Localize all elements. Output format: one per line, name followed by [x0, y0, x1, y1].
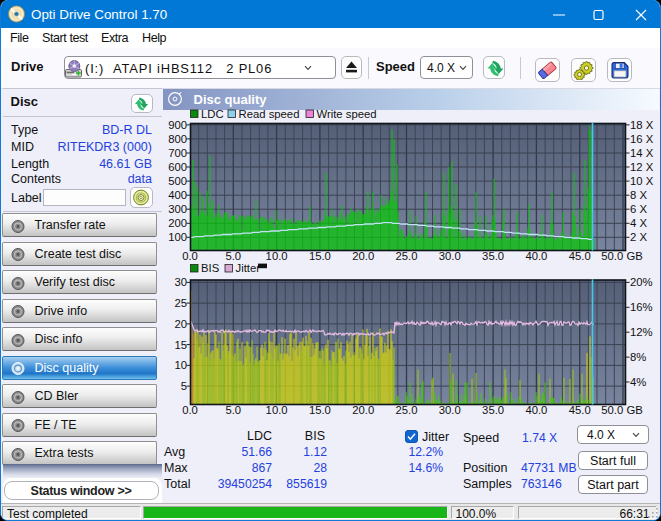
- svg-text:25.0: 25.0: [396, 250, 418, 262]
- svg-text:25: 25: [174, 297, 187, 309]
- svg-text:Read speed: Read speed: [239, 108, 300, 120]
- svg-text:40.0: 40.0: [525, 404, 547, 416]
- svg-text:100: 100: [168, 231, 187, 243]
- svg-text:35.0: 35.0: [482, 404, 504, 416]
- svg-text:10: 10: [174, 359, 187, 371]
- svg-text:Write speed: Write speed: [317, 108, 377, 120]
- svg-text:20%: 20%: [630, 276, 653, 288]
- svg-text:16 X: 16 X: [630, 133, 654, 145]
- svg-text:700: 700: [168, 147, 187, 159]
- svg-text:800: 800: [168, 133, 187, 145]
- svg-text:900: 900: [168, 119, 187, 131]
- svg-text:8 X: 8 X: [630, 189, 647, 201]
- svg-text:15.0: 15.0: [309, 404, 331, 416]
- svg-text:12%: 12%: [630, 326, 653, 338]
- svg-text:5.0: 5.0: [225, 250, 241, 262]
- svg-text:50.0 GB: 50.0 GB: [601, 250, 642, 262]
- svg-text:14 X: 14 X: [630, 147, 654, 159]
- svg-text:4%: 4%: [630, 376, 646, 388]
- svg-text:16%: 16%: [630, 301, 653, 313]
- svg-text:6 X: 6 X: [630, 203, 647, 215]
- svg-text:50.0 GB: 50.0 GB: [601, 404, 642, 416]
- svg-text:20: 20: [174, 318, 187, 330]
- svg-text:LDC: LDC: [201, 108, 224, 120]
- svg-text:300: 300: [168, 203, 187, 215]
- svg-text:10.0: 10.0: [266, 404, 288, 416]
- svg-text:10 X: 10 X: [630, 175, 654, 187]
- svg-text:15: 15: [174, 339, 187, 351]
- svg-text:20.0: 20.0: [352, 404, 374, 416]
- svg-text:8%: 8%: [630, 351, 646, 363]
- svg-text:10.0: 10.0: [266, 250, 288, 262]
- svg-text:0.0: 0.0: [182, 404, 198, 416]
- svg-text:4 X: 4 X: [630, 217, 647, 229]
- svg-text:20.0: 20.0: [352, 250, 374, 262]
- svg-text:0.0: 0.0: [182, 250, 198, 262]
- svg-text:40.0: 40.0: [525, 250, 547, 262]
- svg-text:18 X: 18 X: [630, 119, 654, 131]
- svg-text:5.0: 5.0: [225, 404, 241, 416]
- svg-text:15.0: 15.0: [309, 250, 331, 262]
- svg-text:35.0: 35.0: [482, 250, 504, 262]
- svg-text:600: 600: [168, 161, 187, 173]
- svg-text:45.0: 45.0: [569, 250, 591, 262]
- svg-text:500: 500: [168, 175, 187, 187]
- svg-text:45.0: 45.0: [569, 404, 591, 416]
- svg-text:12 X: 12 X: [630, 161, 654, 173]
- svg-text:2 X: 2 X: [630, 231, 647, 243]
- svg-text:30: 30: [174, 276, 187, 288]
- svg-text:25.0: 25.0: [396, 404, 418, 416]
- svg-text:Jitter: Jitter: [236, 262, 261, 274]
- svg-text:400: 400: [168, 189, 187, 201]
- svg-text:30.0: 30.0: [439, 404, 461, 416]
- svg-text:30.0: 30.0: [439, 250, 461, 262]
- svg-text:5: 5: [181, 380, 187, 392]
- svg-text:BIS: BIS: [201, 262, 220, 274]
- svg-text:200: 200: [168, 217, 187, 229]
